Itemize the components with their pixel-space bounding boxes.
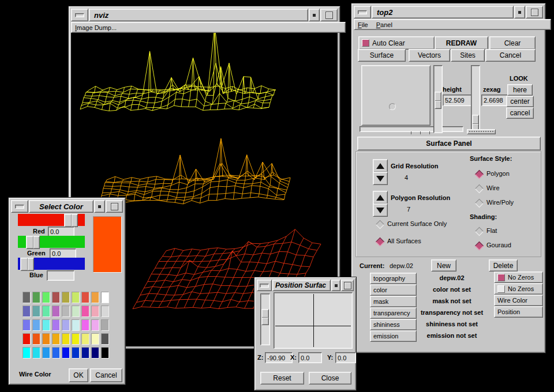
- palette-swatch[interactable]: [81, 292, 89, 303]
- window-menu-button[interactable]: [257, 280, 272, 291]
- select-color-titlebar[interactable]: Select Color: [11, 200, 123, 213]
- redraw-button[interactable]: REDRAW: [435, 36, 488, 50]
- xy-position-pad[interactable]: [274, 292, 353, 349]
- palette-swatch[interactable]: [32, 292, 40, 303]
- palette-swatch[interactable]: [81, 333, 89, 345]
- new-surface-button[interactable]: New: [431, 259, 456, 272]
- palette-swatch[interactable]: [62, 292, 70, 303]
- grid-resolution-down-button[interactable]: [373, 172, 388, 185]
- palette-swatch[interactable]: [91, 292, 99, 303]
- shading-flat-label[interactable]: Flat: [486, 227, 497, 234]
- palette-swatch[interactable]: [81, 347, 89, 359]
- style-polygon-label[interactable]: Polygon: [486, 170, 510, 177]
- palette-swatch[interactable]: [91, 306, 99, 317]
- surface-button[interactable]: Surface: [358, 49, 406, 62]
- polygon-resolution-up-button[interactable]: [373, 191, 388, 204]
- view-direction-pad[interactable]: [361, 65, 431, 126]
- blue-value[interactable]: [47, 270, 74, 281]
- menu-image-dump[interactable]: Image Dump...: [75, 24, 117, 31]
- palette-swatch[interactable]: [52, 292, 60, 303]
- palette-swatch[interactable]: [62, 319, 70, 331]
- palette-swatch[interactable]: [62, 347, 70, 359]
- palette-swatch[interactable]: [32, 319, 40, 331]
- look-here-button[interactable]: here: [507, 84, 533, 96]
- palette-swatch[interactable]: [72, 347, 80, 359]
- top2-titlebar[interactable]: top2: [354, 6, 543, 18]
- palette-swatch[interactable]: [101, 292, 109, 303]
- palette-swatch[interactable]: [101, 319, 109, 331]
- palette-swatch[interactable]: [72, 292, 80, 303]
- palette-swatch[interactable]: [52, 306, 60, 317]
- all-surfaces-label[interactable]: All Surfaces: [387, 238, 421, 244]
- look-cancel-button[interactable]: cancel: [506, 107, 534, 119]
- blue-slider[interactable]: [18, 258, 85, 270]
- palette-swatch[interactable]: [32, 347, 40, 359]
- palette-swatch[interactable]: [72, 333, 80, 345]
- nviz-titlebar[interactable]: nviz: [71, 9, 338, 21]
- z-slider[interactable]: [260, 293, 270, 345]
- palette-swatch[interactable]: [32, 333, 40, 345]
- maximize-button[interactable]: [320, 9, 338, 21]
- no-zeros-1-checkbox[interactable]: [497, 274, 505, 281]
- ok-button[interactable]: OK: [69, 368, 88, 382]
- palette-swatch[interactable]: [32, 306, 40, 317]
- iconify-button[interactable]: [514, 6, 525, 18]
- window-menu-button[interactable]: [71, 9, 88, 21]
- palette-swatch[interactable]: [42, 333, 50, 345]
- zexag-slider[interactable]: [471, 65, 480, 133]
- vectors-button[interactable]: Vectors: [409, 49, 450, 62]
- palette-swatch[interactable]: [23, 347, 31, 359]
- menu-file[interactable]: File: [358, 21, 368, 28]
- palette-swatch[interactable]: [23, 333, 31, 345]
- palette-swatch[interactable]: [52, 333, 60, 345]
- maximize-button[interactable]: [341, 280, 354, 291]
- wire-color-button[interactable]: Wire Color: [494, 295, 543, 306]
- y-field-value[interactable]: 0.0: [335, 352, 356, 363]
- close-button[interactable]: Close: [309, 372, 351, 385]
- current-surface-only-label[interactable]: Current Surface Only: [387, 220, 447, 227]
- palette-swatch[interactable]: [91, 347, 99, 359]
- palette-swatch[interactable]: [72, 306, 80, 317]
- auto-clear-checkbox[interactable]: [362, 39, 369, 47]
- palette-swatch[interactable]: [62, 333, 70, 345]
- palette-swatch[interactable]: [81, 306, 89, 317]
- palette-swatch[interactable]: [101, 347, 109, 359]
- palette-swatch[interactable]: [23, 319, 31, 331]
- iconify-button[interactable]: [331, 280, 340, 291]
- window-menu-button[interactable]: [11, 200, 28, 213]
- z-field-value[interactable]: -90.90: [265, 352, 293, 363]
- palette-swatch[interactable]: [91, 333, 99, 345]
- clear-button[interactable]: Clear: [489, 36, 536, 50]
- x-field-value[interactable]: 0.0: [298, 352, 322, 363]
- palette-swatch[interactable]: [62, 306, 70, 317]
- maximize-button[interactable]: [106, 200, 123, 213]
- look-center-button[interactable]: center: [506, 96, 534, 107]
- position-surface-titlebar[interactable]: Position Surfac: [257, 280, 354, 291]
- palette-swatch[interactable]: [23, 306, 31, 317]
- iconify-button[interactable]: [94, 200, 105, 213]
- palette-swatch[interactable]: [91, 319, 99, 331]
- palette-swatch[interactable]: [42, 347, 50, 359]
- palette-swatch[interactable]: [101, 333, 109, 345]
- maximize-button[interactable]: [526, 6, 543, 18]
- cancel-button[interactable]: Cancel: [90, 368, 122, 382]
- red-slider[interactable]: [18, 214, 85, 226]
- delete-surface-button[interactable]: Delete: [489, 259, 518, 272]
- palette-swatch[interactable]: [81, 319, 89, 331]
- height-slider[interactable]: [433, 65, 443, 133]
- position-button[interactable]: Position: [494, 306, 543, 318]
- menu-panel[interactable]: Panel: [376, 21, 392, 28]
- no-zeros-2-button[interactable]: No Zeros: [494, 283, 543, 295]
- green-slider[interactable]: [18, 236, 85, 248]
- height-value[interactable]: 52.509: [443, 95, 472, 106]
- auto-clear-button[interactable]: Auto Clear: [358, 36, 435, 50]
- palette-swatch[interactable]: [52, 347, 60, 359]
- grid-resolution-up-button[interactable]: [373, 159, 388, 172]
- reset-button[interactable]: Reset: [260, 372, 304, 385]
- palette-swatch[interactable]: [42, 319, 50, 331]
- iconify-button[interactable]: [309, 9, 320, 21]
- sites-button[interactable]: Sites: [451, 49, 485, 62]
- palette-swatch[interactable]: [42, 306, 50, 317]
- no-zeros-2-checkbox[interactable]: [497, 285, 505, 293]
- shading-gouraud-label[interactable]: Gouraud: [486, 242, 511, 248]
